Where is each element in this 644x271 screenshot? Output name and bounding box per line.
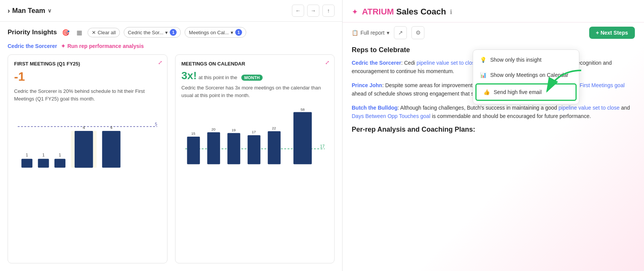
run-analysis-label: Run rep performance analysis bbox=[67, 43, 144, 49]
clear-all-label: Clear all bbox=[97, 30, 116, 35]
sparkle-icon: ✦ bbox=[61, 43, 65, 49]
chevron-down-icon: ▾ bbox=[387, 30, 389, 36]
svg-text:1: 1 bbox=[59, 153, 61, 157]
svg-rect-12 bbox=[102, 131, 120, 167]
selected-rep-name: Cedric the Sorcerer bbox=[8, 43, 57, 49]
send-high-five-item[interactable]: 👍 Send high five email bbox=[475, 83, 577, 101]
next-steps-button[interactable]: + Next Steps bbox=[589, 27, 635, 39]
team-selector[interactable]: › Man Team ∨ bbox=[8, 7, 51, 15]
close-icon: ✕ bbox=[92, 30, 96, 35]
svg-rect-6 bbox=[54, 159, 65, 167]
svg-rect-20 bbox=[227, 133, 240, 164]
first-meetings-goal-link[interactable]: First Meetings goal bbox=[580, 82, 625, 88]
svg-text:5: 5 bbox=[155, 122, 157, 126]
full-report-label: Full report bbox=[360, 30, 384, 36]
svg-text:17: 17 bbox=[252, 130, 256, 134]
up-button[interactable]: ↑ bbox=[322, 5, 335, 17]
rep-filter-pill[interactable]: Cedric the Sor... ▾ 1 bbox=[124, 27, 181, 38]
show-only-meetings-label: Show only Meetings on Calendar bbox=[490, 72, 568, 78]
svg-text:17: 17 bbox=[320, 144, 325, 148]
svg-text:1: 1 bbox=[26, 153, 28, 157]
cedric-link[interactable]: Cedric the Sorcerer bbox=[352, 60, 401, 66]
svg-text:1: 1 bbox=[42, 153, 45, 157]
back-button[interactable]: ← bbox=[292, 5, 304, 17]
info-icon[interactable]: ℹ bbox=[450, 8, 452, 16]
svg-rect-10 bbox=[75, 131, 93, 167]
right-panel: ✦ ATRIUM Sales Coach ℹ 📋 Full report ▾ ↗… bbox=[343, 0, 644, 271]
run-analysis-button[interactable]: ✦ Run rep performance analysis bbox=[61, 43, 144, 49]
svg-text:58: 58 bbox=[300, 107, 304, 112]
sub-header: Cedric the Sorcerer ✦ Run rep performanc… bbox=[0, 41, 342, 54]
right-toolbar: 📋 Full report ▾ ↗ ⚙ + Next Steps bbox=[343, 22, 644, 43]
svg-rect-26 bbox=[293, 112, 311, 164]
pipeline-value-link[interactable]: pipeline value set to close bbox=[416, 60, 477, 66]
card-title: MEETINGS ON CALENDAR bbox=[182, 61, 328, 67]
butch-pipeline-link[interactable]: pipeline value set to close bbox=[559, 105, 620, 111]
settings-icon-button[interactable]: ⚙ bbox=[411, 26, 424, 39]
card-title: FIRST MEETINGS (Q1 FY25) bbox=[14, 61, 161, 67]
atrium-title: ATRIUM Sales Coach bbox=[362, 7, 446, 17]
days-opp-touches-link[interactable]: Days Between Opp Touches goal bbox=[352, 113, 430, 119]
metric-value: 3x! bbox=[182, 70, 197, 81]
show-only-meetings-item[interactable]: 📊 Show only Meetings on Calendar bbox=[473, 67, 579, 83]
show-only-insight-label: Show only this insight bbox=[490, 57, 542, 63]
left-panel: › Man Team ∨ ← → ↑ Priority Insights 🎯 ▦… bbox=[0, 0, 343, 271]
report-icon: 📋 bbox=[352, 30, 358, 36]
svg-rect-18 bbox=[207, 132, 220, 164]
forward-button[interactable]: → bbox=[307, 5, 319, 17]
svg-text:4: 4 bbox=[110, 125, 112, 130]
share-icon-button[interactable]: ↗ bbox=[394, 26, 407, 39]
expand-icon: › bbox=[8, 7, 10, 15]
card-description: Cedric the Sorcerer has 3x more meetings… bbox=[182, 84, 328, 99]
svg-rect-4 bbox=[38, 159, 49, 167]
metric-filter-label: Meetings on Cal... bbox=[189, 30, 229, 35]
chevron-down-icon: ∨ bbox=[48, 8, 51, 14]
meetings-on-calendar-card: MEETINGS ON CALENDAR ⤢ 3x! at this point… bbox=[175, 54, 335, 263]
svg-text:15: 15 bbox=[191, 131, 195, 136]
rep-filter-badge: 1 bbox=[170, 29, 177, 36]
first-meetings-chart: 5 1 1 1 4 bbox=[14, 107, 161, 175]
prince-john-link[interactable]: Prince John bbox=[352, 82, 382, 88]
metric-filter-pill[interactable]: Meetings on Cal... ▾ 1 bbox=[185, 27, 246, 38]
metric-value: -1 bbox=[14, 70, 161, 84]
svg-rect-24 bbox=[268, 131, 281, 164]
insight-icon: 💡 bbox=[480, 57, 486, 63]
svg-rect-22 bbox=[247, 135, 260, 164]
team-name: Man Team bbox=[12, 7, 45, 15]
svg-text:4: 4 bbox=[83, 125, 85, 130]
svg-rect-16 bbox=[187, 137, 200, 164]
card-expand-button[interactable]: ⤢ bbox=[158, 59, 163, 65]
clear-all-button[interactable]: ✕ Clear all bbox=[88, 28, 120, 37]
card-description: Cedric the Sorcerer is 20% behind schedu… bbox=[14, 88, 161, 102]
navigation-arrows: ← → ↑ bbox=[292, 5, 335, 17]
thumbs-up-icon: 👍 bbox=[483, 89, 490, 95]
insights-header: Priority Insights 🎯 ▦ ✕ Clear all Cedric… bbox=[0, 22, 342, 41]
rep-filter-label: Cedric the Sor... bbox=[128, 30, 163, 35]
send-high-five-label: Send high five email bbox=[494, 89, 542, 95]
sales-coach-label: Sales Coach bbox=[396, 7, 446, 16]
meetings-calendar-chart: 17 15 20 19 17 22 bbox=[182, 104, 328, 172]
top-bar: › Man Team ∨ ← → ↑ bbox=[0, 0, 342, 22]
card-expand-button[interactable]: ⤢ bbox=[325, 59, 330, 65]
butch-link[interactable]: Butch the Bulldog bbox=[352, 105, 398, 111]
svg-rect-2 bbox=[21, 159, 32, 167]
svg-text:20: 20 bbox=[211, 127, 215, 131]
target-icon-button[interactable]: 🎯 bbox=[61, 28, 71, 37]
chevron-down-icon: ▾ bbox=[165, 30, 168, 35]
month-badge: MONTH bbox=[241, 75, 263, 81]
metric-sub-text: at this point in the bbox=[198, 75, 237, 80]
full-report-button[interactable]: 📋 Full report ▾ bbox=[352, 30, 389, 36]
metric-filter-badge: 1 bbox=[235, 29, 242, 36]
context-menu: 💡 Show only this insight 📊 Show only Mee… bbox=[473, 49, 579, 104]
grid-icon-button[interactable]: ▦ bbox=[75, 28, 84, 37]
rep-paragraph-butch: Butch the Bulldog: Although facing chall… bbox=[352, 104, 635, 121]
insight-cards: FIRST MEETINGS (Q1 FY25) ⤢ -1 Cedric the… bbox=[0, 54, 342, 271]
show-only-insight-item[interactable]: 💡 Show only this insight bbox=[473, 52, 579, 67]
first-meetings-card: FIRST MEETINGS (Q1 FY25) ⤢ -1 Cedric the… bbox=[8, 54, 167, 263]
chart-icon: 📊 bbox=[480, 72, 486, 78]
right-header: ✦ ATRIUM Sales Coach ℹ bbox=[343, 0, 644, 22]
svg-text:22: 22 bbox=[272, 126, 276, 130]
per-rep-title: Per-rep Analysis and Coaching Plans: bbox=[352, 126, 635, 134]
chevron-down-icon: ▾ bbox=[231, 30, 233, 35]
atrium-sparkle-icon: ✦ bbox=[352, 7, 358, 16]
